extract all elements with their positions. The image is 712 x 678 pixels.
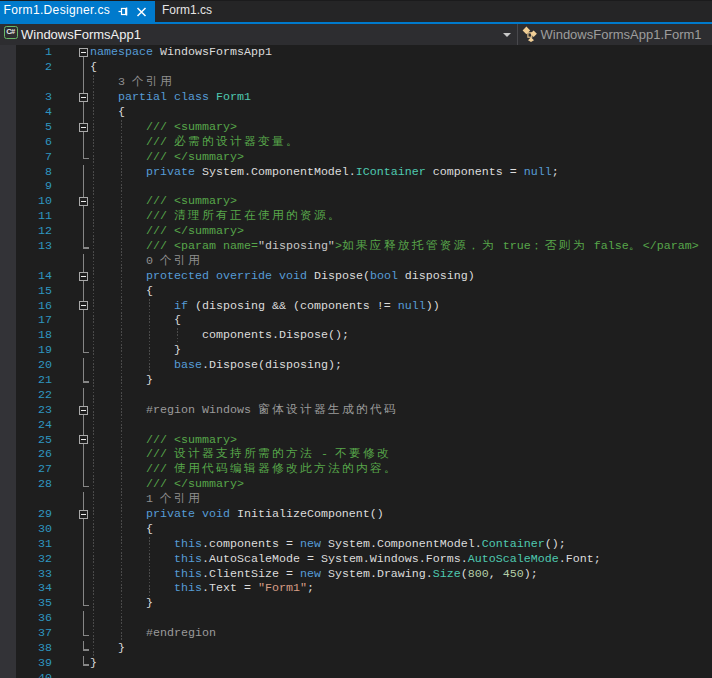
line-number[interactable]: 39 (16, 656, 52, 671)
code-line[interactable]: 9 (0, 179, 712, 194)
line-number[interactable]: 5 (16, 120, 52, 135)
line-number[interactable]: 11 (16, 209, 52, 224)
line-number[interactable]: 20 (16, 358, 52, 373)
line-number[interactable]: 7 (16, 150, 52, 165)
line-number[interactable]: 3 (16, 90, 52, 105)
line-number[interactable]: 38 (16, 641, 52, 656)
code-line[interactable]: 38} (0, 641, 712, 656)
code-line[interactable]: 3partial class Form1 (0, 90, 712, 105)
code-line[interactable]: 15{ (0, 284, 712, 299)
code-line[interactable]: 2{ (0, 60, 712, 75)
line-number[interactable]: 31 (16, 537, 52, 552)
code-line[interactable]: 26/// 设计器支持所需的方法 - 不要修改 (0, 447, 712, 462)
code-line[interactable]: 22 (0, 388, 712, 403)
line-number[interactable]: 33 (16, 567, 52, 582)
line-number[interactable]: 14 (16, 269, 52, 284)
line-number[interactable]: 8 (16, 165, 52, 180)
type-dropdown[interactable]: WindowsFormsApp1.Form1 (518, 24, 712, 45)
code-line[interactable]: 5/// <summary> (0, 120, 712, 135)
codelens-row[interactable]: 0 个引用 (0, 254, 712, 269)
code-line[interactable]: 39} (0, 656, 712, 671)
line-number[interactable]: 21 (16, 373, 52, 388)
pin-icon[interactable] (118, 6, 129, 17)
line-number[interactable]: 10 (16, 194, 52, 209)
code-line[interactable]: 31this.components = new System.Component… (0, 537, 712, 552)
code-line[interactable]: 10/// <summary> (0, 194, 712, 209)
code-line[interactable]: 14protected override void Dispose(bool d… (0, 269, 712, 284)
code-line[interactable]: 35} (0, 596, 712, 611)
code-line[interactable]: 40 (0, 671, 712, 678)
tab-form1-cs[interactable]: Form1.cs (155, 0, 218, 22)
code-line[interactable]: 34this.Text = "Form1"; (0, 581, 712, 596)
code-editor[interactable]: 1namespace WindowsFormsApp12{3 个引用3parti… (0, 45, 712, 678)
line-number[interactable]: 37 (16, 626, 52, 641)
line-number[interactable]: 29 (16, 507, 52, 522)
code-line[interactable]: 33this.ClientSize = new System.Drawing.S… (0, 567, 712, 582)
code-line[interactable]: 4{ (0, 105, 712, 120)
code-line[interactable]: 23#region Windows 窗体设计器生成的代码 (0, 403, 712, 418)
line-number[interactable]: 13 (16, 239, 52, 254)
line-number[interactable]: 2 (16, 60, 52, 75)
code-line[interactable]: 37#endregion (0, 626, 712, 641)
code-line[interactable]: 8private System.ComponentModel.IContaine… (0, 165, 712, 180)
line-number[interactable]: 17 (16, 313, 52, 328)
code-line[interactable]: 24 (0, 418, 712, 433)
line-number[interactable]: 36 (16, 611, 52, 626)
line-number[interactable]: 25 (16, 433, 52, 448)
code-line[interactable]: 29private void InitializeComponent() (0, 507, 712, 522)
line-number[interactable]: 35 (16, 596, 52, 611)
code-line[interactable]: 16if (disposing && (components != null)) (0, 299, 712, 314)
line-number[interactable]: 15 (16, 284, 52, 299)
line-number[interactable]: 24 (16, 418, 52, 433)
line-number[interactable]: 1 (16, 45, 52, 60)
code-line[interactable]: 1namespace WindowsFormsApp1 (0, 45, 712, 60)
line-number[interactable]: 30 (16, 522, 52, 537)
code-line[interactable]: 27/// 使用代码编辑器修改此方法的内容。 (0, 462, 712, 477)
class-icon (522, 26, 538, 42)
line-number[interactable]: 18 (16, 328, 52, 343)
close-icon[interactable] (136, 6, 147, 17)
code-line[interactable]: 18components.Dispose(); (0, 328, 712, 343)
chevron-down-icon[interactable] (503, 33, 511, 37)
code-line[interactable]: 11/// 清理所有正在使用的资源。 (0, 209, 712, 224)
line-number[interactable]: 23 (16, 403, 52, 418)
line-number[interactable]: 28 (16, 477, 52, 492)
code-line[interactable]: 20base.Dispose(disposing); (0, 358, 712, 373)
line-number[interactable]: 16 (16, 299, 52, 314)
line-number[interactable]: 12 (16, 224, 52, 239)
line-number[interactable]: 27 (16, 462, 52, 477)
code-line[interactable]: 7/// </summary> (0, 150, 712, 165)
line-number[interactable]: 34 (16, 581, 52, 596)
code-line[interactable]: 17{ (0, 313, 712, 328)
code-line[interactable]: 32this.AutoScaleMode = System.Windows.Fo… (0, 552, 712, 567)
line-number[interactable]: 6 (16, 135, 52, 150)
line-number[interactable]: 32 (16, 552, 52, 567)
code-line[interactable]: 36 (0, 611, 712, 626)
line-number[interactable]: 26 (16, 447, 52, 462)
code-line[interactable]: 21} (0, 373, 712, 388)
code-text: /// </summary> (146, 150, 244, 165)
code-line[interactable]: 19} (0, 343, 712, 358)
line-number[interactable]: 19 (16, 343, 52, 358)
code-line[interactable]: 25/// <summary> (0, 433, 712, 448)
code-line[interactable]: 30{ (0, 522, 712, 537)
code-text: { (146, 522, 153, 537)
code-text: /// <summary> (146, 120, 237, 135)
line-number[interactable]: 22 (16, 388, 52, 403)
code-line[interactable]: 13/// <param name="disposing">如果应释放托管资源，… (0, 239, 712, 254)
codelens-row[interactable]: 3 个引用 (0, 75, 712, 90)
code-line[interactable]: 28/// </summary> (0, 477, 712, 492)
project-dropdown[interactable]: C# WindowsFormsApp1 (0, 24, 518, 45)
codelens-references[interactable]: 3 个引用 (118, 75, 174, 90)
line-number[interactable]: 9 (16, 179, 52, 194)
tab-form1-designer-cs[interactable]: Form1.Designer.cs (0, 0, 155, 22)
line-number[interactable]: 40 (16, 671, 52, 678)
codelens-references[interactable]: 0 个引用 (146, 254, 202, 269)
codelens-references[interactable]: 1 个引用 (146, 492, 202, 507)
collapse-region-icon (81, 305, 86, 306)
fold-line-icon (83, 492, 84, 507)
line-number[interactable]: 4 (16, 105, 52, 120)
codelens-row[interactable]: 1 个引用 (0, 492, 712, 507)
code-line[interactable]: 6/// 必需的设计器变量。 (0, 135, 712, 150)
code-line[interactable]: 12/// </summary> (0, 224, 712, 239)
